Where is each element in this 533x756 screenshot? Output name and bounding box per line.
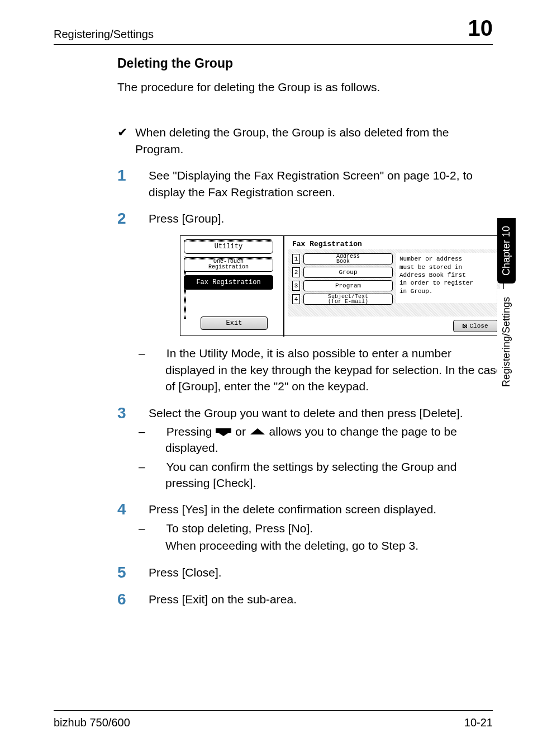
- option-row-4: 4 Subject/Text (for E-mail): [292, 293, 393, 305]
- subject-text-button[interactable]: Subject/Text (for E-mail): [303, 294, 393, 305]
- checkmark-icon: ✔: [117, 124, 127, 157]
- step-number: 2: [117, 210, 133, 395]
- page-footer: bizhub 750/600 10-21: [54, 710, 493, 729]
- numbered-list: 1 See "Displaying the Fax Registration S…: [117, 167, 493, 608]
- step-text: Press [Group].: [149, 212, 224, 225]
- section-title: Deleting the Group: [117, 56, 493, 71]
- screen-title: Fax Registration: [292, 239, 362, 249]
- footer-right: 10-21: [464, 716, 493, 729]
- step-6: 6 Press [Exit] on the sub-area.: [117, 591, 493, 608]
- step-body: Select the Group you want to delete and …: [149, 405, 493, 492]
- intro-paragraph: The procedure for deleting the Group is …: [117, 79, 493, 95]
- step-number: 3: [117, 405, 133, 492]
- step-body: See "Displaying the Fax Registration Scr…: [149, 167, 493, 200]
- step-text: Select the Group you want to delete and …: [149, 407, 463, 419]
- step-2-sub: – In the Utility Mode, it is also possib…: [149, 345, 504, 394]
- one-touch-tab-label: One-Touch Registration: [208, 259, 249, 270]
- dash-icon: –: [152, 459, 163, 475]
- group-button[interactable]: Group: [303, 267, 393, 278]
- utility-tab-label: Utility: [215, 242, 242, 252]
- header-chapter-number: 10: [468, 16, 493, 41]
- option-row-1: 1 Address Book: [292, 253, 393, 265]
- step-number: 6: [117, 591, 133, 608]
- screen-message: Number or address must be stored in Addr…: [396, 253, 497, 303]
- step-body: Press [Group]. Utility One-Touch Registr…: [149, 210, 504, 395]
- option-number: 2: [292, 267, 300, 277]
- step-4: 4 Press [Yes] in the delete confirmation…: [117, 501, 493, 554]
- sub-text-b: or: [235, 425, 249, 438]
- fax-registration-tab[interactable]: Fax Registration: [184, 275, 273, 290]
- step-text: Press [Yes] in the delete confirmation s…: [149, 503, 436, 516]
- page-down-icon: [215, 428, 232, 437]
- mfp-screen: Utility One-Touch Registration Fax Regis…: [180, 235, 504, 336]
- sub-text-a: Pressing: [166, 425, 216, 438]
- address-book-button[interactable]: Address Book: [303, 253, 393, 264]
- footer-left: bizhub 750/600: [54, 716, 130, 729]
- screen-left-column: Utility One-Touch Registration Fax Regis…: [184, 239, 280, 333]
- content-area: Deleting the Group The procedure for del…: [54, 50, 493, 608]
- step-4-note: When proceeding with the deleting, go to…: [149, 537, 493, 554]
- step-body: Press [Close].: [149, 564, 493, 582]
- svg-marker-1: [218, 433, 229, 436]
- option-number: 3: [292, 281, 300, 291]
- page-header: Registering/Settings 10: [54, 16, 493, 45]
- note-text: When deleting the Group, the Group is al…: [135, 124, 493, 157]
- close-icon: [463, 324, 467, 328]
- close-button-label: Close: [469, 322, 488, 330]
- step-5: 5 Press [Close].: [117, 564, 493, 582]
- dash-icon: –: [152, 423, 163, 440]
- exit-button-label: Exit: [226, 319, 242, 328]
- page-up-icon: [249, 428, 266, 437]
- step-body: Press [Yes] in the delete confirmation s…: [149, 501, 493, 554]
- step-number: 1: [117, 167, 133, 200]
- sub-text: You can confirm the settings by selectin…: [165, 460, 456, 489]
- one-touch-tab[interactable]: One-Touch Registration: [184, 257, 273, 272]
- option-number: 4: [292, 294, 300, 304]
- program-button[interactable]: Program: [303, 280, 393, 291]
- chapter-tab: Chapter 10: [497, 218, 516, 284]
- option-row-3: 3 Program: [292, 280, 393, 292]
- side-tab: Chapter 10 Registering/Settings: [497, 218, 516, 395]
- fax-registration-tab-label: Fax Registration: [196, 278, 260, 287]
- program-label: Program: [335, 282, 361, 290]
- subject-text-label: Subject/Text (for E-mail): [328, 294, 368, 304]
- utility-tab[interactable]: Utility: [184, 239, 273, 254]
- dash-icon: –: [152, 520, 163, 536]
- dash-icon: –: [152, 345, 163, 361]
- option-number: 1: [292, 254, 300, 264]
- sub-text: To stop deleting, Press [No].: [166, 522, 313, 535]
- step-2-sub-text: In the Utility Mode, it is also possible…: [165, 347, 503, 393]
- exit-button[interactable]: Exit: [201, 316, 268, 330]
- step-number: 4: [117, 501, 133, 554]
- note-row: ✔ When deleting the Group, the Group is …: [117, 124, 493, 157]
- address-book-label: Address Book: [336, 254, 360, 264]
- option-row-2: 2 Group: [292, 266, 393, 278]
- group-label: Group: [339, 268, 357, 277]
- close-button[interactable]: Close: [453, 320, 498, 332]
- screen-divider: [283, 236, 284, 337]
- step-3-sub1: – Pressing or allows you to change the p…: [149, 423, 493, 456]
- svg-rect-0: [216, 428, 231, 433]
- svg-marker-2: [250, 428, 265, 434]
- step-2: 2 Press [Group]. Utility One-Touch Regis…: [117, 210, 493, 395]
- step-3-sub2: – You can confirm the settings by select…: [149, 459, 493, 492]
- step-number: 5: [117, 564, 133, 582]
- header-left: Registering/Settings: [54, 28, 154, 41]
- step-3: 3 Select the Group you want to delete an…: [117, 405, 493, 492]
- step-4-sub: – To stop deleting, Press [No].: [149, 520, 493, 536]
- section-tab: Registering/Settings: [497, 289, 516, 395]
- step-1: 1 See "Displaying the Fax Registration S…: [117, 167, 493, 200]
- step-body: Press [Exit] on the sub-area.: [149, 591, 493, 608]
